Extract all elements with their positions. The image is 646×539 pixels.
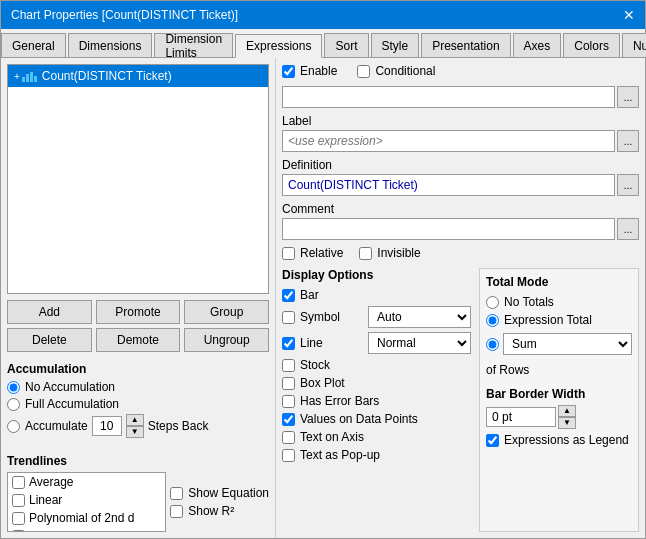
tab-number[interactable]: Number <box>622 33 646 57</box>
stock-option[interactable]: Stock <box>282 358 332 372</box>
trendline-linear[interactable]: Linear <box>8 491 165 509</box>
symbol-checkbox[interactable] <box>282 311 295 324</box>
bar-border-spinner-down[interactable]: ▼ <box>558 417 576 429</box>
no-totals-option[interactable]: No Totals <box>486 295 632 309</box>
accumulate-radio[interactable] <box>7 420 20 433</box>
steps-back-input[interactable] <box>92 416 122 436</box>
show-equation-checkbox[interactable] <box>170 487 183 500</box>
invisible-checkbox[interactable] <box>359 247 372 260</box>
box-plot-checkbox[interactable] <box>282 377 295 390</box>
expressions-as-legend-checkbox[interactable] <box>486 434 499 447</box>
expression-list[interactable]: + Count(DISTINCT Ticket) <box>7 64 269 294</box>
sum-radio[interactable] <box>486 338 499 351</box>
enable-checkbox[interactable] <box>282 65 295 78</box>
comment-input[interactable] <box>282 218 615 240</box>
conditional-dots-button[interactable]: ... <box>617 86 639 108</box>
full-accumulation-option[interactable]: Full Accumulation <box>7 397 269 411</box>
average-checkbox[interactable] <box>12 476 25 489</box>
group-button[interactable]: Group <box>184 300 269 324</box>
show-r2-checkbox[interactable] <box>170 505 183 518</box>
demote-button[interactable]: Demote <box>96 328 181 352</box>
expression-total-option[interactable]: Expression Total <box>486 313 632 327</box>
tab-dimension-limits[interactable]: Dimension Limits <box>154 33 233 57</box>
label-dots-button[interactable]: ... <box>617 130 639 152</box>
enable-option[interactable]: Enable <box>282 64 337 78</box>
line-label: Line <box>300 336 323 350</box>
trendlines-section: Trendlines Average Linear Po <box>7 448 269 532</box>
definition-dots-button[interactable]: ... <box>617 174 639 196</box>
bar-border-spinner-up[interactable]: ▲ <box>558 405 576 417</box>
stock-checkbox[interactable] <box>282 359 295 372</box>
definition-input[interactable] <box>282 174 615 196</box>
box-plot-option[interactable]: Box Plot <box>282 376 345 390</box>
spinner-up[interactable]: ▲ <box>126 414 144 426</box>
linear-checkbox[interactable] <box>12 494 25 507</box>
text-popup-checkbox[interactable] <box>282 449 295 462</box>
tab-style[interactable]: Style <box>371 33 420 57</box>
accumulate-label: Accumulate <box>25 419 88 433</box>
tab-sort[interactable]: Sort <box>324 33 368 57</box>
add-button[interactable]: Add <box>7 300 92 324</box>
spinner-down[interactable]: ▼ <box>126 426 144 438</box>
symbol-select[interactable]: Auto <box>368 306 471 328</box>
text-on-axis-checkbox[interactable] <box>282 431 295 444</box>
text-on-axis-option[interactable]: Text on Axis <box>282 430 364 444</box>
conditional-checkbox[interactable] <box>357 65 370 78</box>
full-accumulation-radio[interactable] <box>7 398 20 411</box>
expression-total-radio[interactable] <box>486 314 499 327</box>
poly3-checkbox[interactable] <box>12 530 25 533</box>
error-bars-checkbox[interactable] <box>282 395 295 408</box>
show-r2-option[interactable]: Show R² <box>170 504 269 518</box>
trendlines-list[interactable]: Average Linear Polynomial of 2nd d <box>7 472 166 532</box>
tab-colors[interactable]: Colors <box>563 33 620 57</box>
expression-item[interactable]: + Count(DISTINCT Ticket) <box>8 65 268 87</box>
bar-checkbox[interactable] <box>282 289 295 302</box>
poly2-checkbox[interactable] <box>12 512 25 525</box>
tab-general[interactable]: General <box>1 33 66 57</box>
steps-back-label: Steps Back <box>148 419 209 433</box>
values-checkbox[interactable] <box>282 413 295 426</box>
line-select[interactable]: Normal <box>368 332 471 354</box>
promote-button[interactable]: Promote <box>96 300 181 324</box>
tab-dimensions[interactable]: Dimensions <box>68 33 153 57</box>
accumulate-option[interactable]: Accumulate <box>7 419 88 433</box>
box-plot-label: Box Plot <box>300 376 345 390</box>
trendline-average[interactable]: Average <box>8 473 165 491</box>
trendline-poly3[interactable]: Polynomial of 3rd d <box>8 527 165 532</box>
bar-option[interactable]: Bar <box>282 288 332 302</box>
relative-checkbox[interactable] <box>282 247 295 260</box>
invisible-option[interactable]: Invisible <box>359 246 420 260</box>
tab-presentation[interactable]: Presentation <box>421 33 510 57</box>
symbol-option[interactable]: Symbol <box>282 310 362 324</box>
no-accumulation-radio[interactable] <box>7 381 20 394</box>
conditional-option[interactable]: Conditional <box>357 64 435 78</box>
label-input[interactable] <box>282 130 615 152</box>
tab-axes[interactable]: Axes <box>513 33 562 57</box>
label-input-row: ... <box>282 130 639 152</box>
no-totals-radio[interactable] <box>486 296 499 309</box>
line-checkbox[interactable] <box>282 337 295 350</box>
expressions-as-legend-option[interactable]: Expressions as Legend <box>486 433 632 447</box>
bar-label: Bar <box>300 288 319 302</box>
no-accumulation-option[interactable]: No Accumulation <box>7 380 269 394</box>
ungroup-button[interactable]: Ungroup <box>184 328 269 352</box>
trendline-poly2[interactable]: Polynomial of 2nd d <box>8 509 165 527</box>
bar-border-input-row: ▲ ▼ <box>486 405 632 429</box>
bar-border-input[interactable] <box>486 407 556 427</box>
error-bars-option[interactable]: Has Error Bars <box>282 394 379 408</box>
conditional-input[interactable] <box>282 86 615 108</box>
show-equation-option[interactable]: Show Equation <box>170 486 269 500</box>
delete-button[interactable]: Delete <box>7 328 92 352</box>
comment-dots-button[interactable]: ... <box>617 218 639 240</box>
sum-option[interactable] <box>486 338 499 351</box>
text-popup-option[interactable]: Text as Pop-up <box>282 448 380 462</box>
tab-expressions[interactable]: Expressions <box>235 34 322 58</box>
close-button[interactable]: ✕ <box>623 7 635 23</box>
values-option-row: Values on Data Points <box>282 412 471 426</box>
line-option[interactable]: Line <box>282 336 362 350</box>
sum-select[interactable]: Sum <box>503 333 632 355</box>
enable-label: Enable <box>300 64 337 78</box>
relative-option[interactable]: Relative <box>282 246 343 260</box>
conditional-input-row: ... <box>282 86 639 108</box>
values-option[interactable]: Values on Data Points <box>282 412 418 426</box>
